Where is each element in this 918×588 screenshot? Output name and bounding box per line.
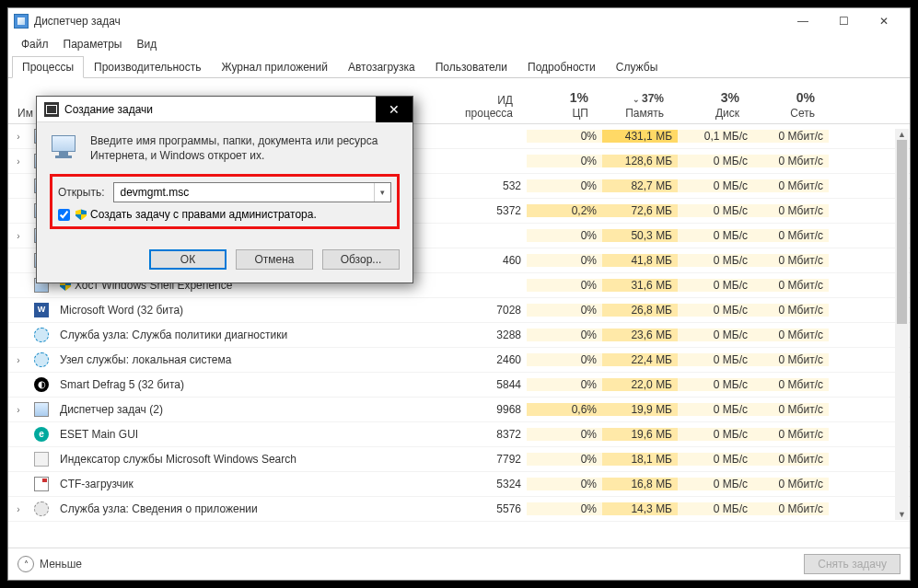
scroll-up-icon[interactable]: ▲ [895, 129, 909, 140]
process-network: 0 Мбит/с [753, 179, 829, 192]
column-pid[interactable]: ИД процесса [441, 90, 519, 123]
tab-details[interactable]: Подробности [517, 56, 606, 78]
disk-usage: 3% [676, 90, 739, 105]
process-pid: 5324 [448, 478, 527, 490]
process-memory: 128,6 МБ [602, 155, 678, 167]
table-row[interactable]: WMicrosoft Word (32 бита)70280%26,8 МБ0 … [8, 298, 910, 323]
process-name: Узел службы: локальная система [54, 353, 448, 366]
search-icon [34, 452, 49, 467]
fewer-details-button[interactable]: ˄ Меньше [17, 556, 82, 572]
process-disk: 0 МБ/с [678, 254, 753, 267]
table-row[interactable]: Служба узла: Служба политики диагностики… [8, 323, 910, 348]
ok-button[interactable]: ОК [149, 249, 227, 270]
process-cpu: 0% [527, 279, 602, 292]
expand-toggle[interactable]: › [8, 231, 29, 241]
process-pid: 7028 [448, 304, 527, 317]
process-name: Индексатор службы Microsoft Windows Sear… [54, 453, 448, 466]
highlight-box: Открыть: ▾ Создать задачу с правами адми… [50, 174, 400, 229]
admin-checkbox-row[interactable]: Создать задачу с правами администратора. [58, 208, 391, 221]
expand-toggle[interactable]: › [8, 132, 29, 142]
process-memory: 19,9 МБ [602, 403, 678, 416]
dialog-close-button[interactable]: ✕ [376, 97, 413, 122]
tab-processes[interactable]: Процессы [12, 56, 84, 78]
expand-toggle[interactable]: › [8, 156, 29, 167]
open-combobox[interactable]: ▾ [113, 182, 391, 202]
process-memory: 82,7 МБ [602, 179, 678, 192]
table-row[interactable]: ›Узел службы: локальная система24600%22,… [8, 348, 910, 373]
create-task-dialog: Создание задачи ✕ Введите имя программы,… [36, 96, 413, 283]
process-cpu: 0% [527, 329, 602, 341]
run-icon [50, 133, 81, 161]
menu-options[interactable]: Параметры [58, 36, 128, 52]
table-row[interactable]: ◐Smart Defrag 5 (32 бита)58440%22,0 МБ0 … [8, 373, 910, 398]
gear-icon [34, 328, 49, 342]
process-cpu: 0,2% [527, 204, 602, 217]
browse-button[interactable]: Обзор... [322, 249, 400, 270]
process-network: 0 Мбит/с [753, 478, 829, 490]
process-name: Диспетчер задач (2) [54, 403, 448, 416]
process-icon-cell [29, 452, 54, 467]
process-memory: 22,0 МБ [602, 378, 678, 391]
process-name: CTF-загрузчик [54, 478, 448, 490]
scroll-thumb[interactable] [897, 140, 907, 324]
process-disk: 0 МБ/с [678, 155, 753, 167]
table-row[interactable]: Индексатор службы Microsoft Windows Sear… [8, 447, 910, 472]
tab-startup[interactable]: Автозагрузка [338, 56, 425, 78]
tab-users[interactable]: Пользователи [425, 56, 517, 78]
menubar: Файл Параметры Вид [8, 34, 910, 56]
process-disk: 0 МБ/с [678, 502, 753, 515]
column-network[interactable]: 0% Сеть [746, 86, 821, 123]
expand-toggle[interactable]: › [8, 355, 29, 365]
process-memory: 19,6 МБ [602, 428, 678, 441]
scroll-down-icon[interactable]: ▼ [895, 509, 909, 520]
table-row[interactable]: ›Служба узла: Сведения о приложении55760… [8, 497, 910, 522]
process-cpu: 0% [527, 304, 602, 317]
process-network: 0 Мбит/с [753, 304, 829, 317]
net-usage: 0% [751, 90, 815, 105]
cpu-label: ЦП [572, 107, 588, 120]
maximize-button[interactable]: ☐ [823, 9, 864, 33]
process-cpu: 0% [527, 179, 602, 192]
column-disk[interactable]: 3% Диск [670, 86, 746, 123]
open-input[interactable] [114, 183, 374, 202]
minimize-button[interactable]: — [783, 9, 823, 33]
menu-file[interactable]: Файл [16, 36, 54, 52]
memory-label: Память [625, 107, 664, 120]
tab-performance[interactable]: Производительность [84, 56, 211, 78]
table-row[interactable]: eESET Main GUI83720%19,6 МБ0 МБ/с0 Мбит/… [8, 422, 910, 447]
process-name: Служба узла: Сведения о приложении [54, 502, 448, 515]
process-network: 0 Мбит/с [753, 453, 829, 466]
process-network: 0 Мбит/с [753, 353, 829, 366]
process-name: Smart Defrag 5 (32 бита) [54, 378, 448, 391]
window-title: Диспетчер задач [34, 15, 783, 28]
column-cpu[interactable]: 1% ЦП [519, 86, 595, 123]
close-button[interactable]: ✕ [864, 9, 904, 33]
vertical-scrollbar[interactable]: ▲ ▼ [895, 129, 909, 520]
admin-checkbox[interactable] [58, 209, 70, 221]
process-memory: 26,8 МБ [602, 304, 678, 317]
expand-toggle[interactable]: › [8, 405, 29, 415]
shield-icon [76, 209, 87, 220]
process-memory: 14,3 МБ [602, 502, 678, 515]
process-network: 0 Мбит/с [753, 130, 829, 143]
tab-services[interactable]: Службы [606, 56, 668, 78]
process-network: 0 Мбит/с [753, 254, 829, 267]
expand-toggle[interactable]: › [8, 504, 29, 514]
cancel-button[interactable]: Отмена [236, 249, 313, 270]
process-cpu: 0% [527, 130, 602, 143]
process-pid: 5844 [448, 378, 527, 391]
dropdown-icon[interactable]: ▾ [374, 183, 390, 202]
defrag-icon: ◐ [34, 377, 49, 392]
tab-app-history[interactable]: Журнал приложений [212, 56, 338, 78]
process-name: ESET Main GUI [54, 428, 448, 441]
column-memory[interactable]: ⌄37% Память [595, 86, 670, 123]
process-pid: 9968 [448, 403, 527, 416]
process-network: 0 Мбит/с [753, 378, 829, 391]
end-task-button[interactable]: Снять задачу [804, 554, 901, 574]
footer: ˄ Меньше Снять задачу [8, 548, 910, 580]
table-row[interactable]: ›Диспетчер задач (2)99680,6%19,9 МБ0 МБ/… [8, 398, 910, 422]
table-row[interactable]: CTF-загрузчик53240%16,8 МБ0 МБ/с0 Мбит/с [8, 472, 910, 497]
process-disk: 0 МБ/с [678, 204, 753, 217]
menu-view[interactable]: Вид [131, 36, 162, 52]
process-memory: 72,6 МБ [602, 204, 678, 217]
